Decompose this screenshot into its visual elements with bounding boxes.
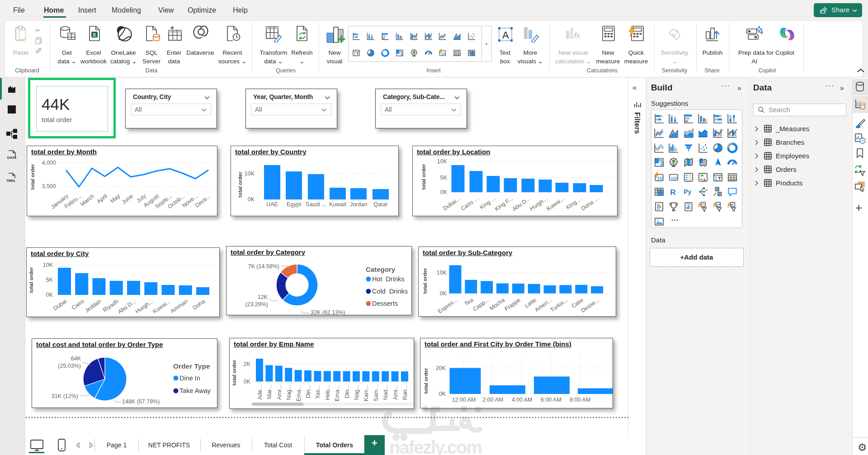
svg-text:(25.03%): (25.03%): [58, 363, 81, 369]
svg-text:Doha ...: Doha ...: [580, 195, 600, 212]
svg-text:Cairo ...: Cairo ...: [460, 195, 480, 212]
svg-text:20K: 20K: [436, 365, 446, 371]
svg-text:Order Type: Order Type: [173, 362, 210, 370]
svg-text:Jeddah: Jeddah: [84, 298, 103, 314]
svg-text:Abu D...: Abu D...: [117, 298, 137, 315]
svg-text:Din...: Din...: [344, 385, 350, 398]
svg-text:Frappe: Frappe: [504, 297, 522, 312]
svg-text:Desserts: Desserts: [372, 300, 398, 307]
svg-text:Capp...: Capp...: [472, 297, 490, 313]
svg-text:Saudi ...: Saudi ...: [306, 201, 326, 208]
svg-text:2:00 AM: 2:00 AM: [482, 397, 503, 403]
svg-text:UAE: UAE: [266, 201, 278, 208]
svg-text:Hurgh...: Hurgh...: [134, 298, 154, 315]
svg-text:Mocha: Mocha: [488, 297, 506, 312]
svg-text:Yas...: Yas...: [315, 385, 321, 399]
svg-text:Kuwai...: Kuwai...: [545, 195, 565, 212]
svg-text:total order: total order: [28, 267, 34, 293]
svg-text:total order: total order: [422, 268, 428, 294]
svg-text:Tea: Tea: [463, 297, 475, 307]
svg-text:total order: total order: [231, 360, 237, 385]
svg-text:total order: total order: [423, 368, 429, 393]
svg-text:Cairo: Cairo: [71, 298, 85, 311]
svg-text:7K (14.58%): 7K (14.58%): [248, 263, 279, 270]
svg-text:Dubai...: Dubai...: [442, 195, 461, 212]
svg-text:5K: 5K: [440, 175, 448, 181]
svg-text:0K: 0K: [248, 196, 255, 203]
svg-text:Kam...: Kam...: [363, 385, 369, 401]
svg-text:Nag...: Nag...: [354, 385, 360, 400]
svg-text:10K: 10K: [437, 270, 447, 276]
svg-text:64K: 64K: [71, 355, 81, 362]
svg-text:Cold Drinks: Cold Drinks: [372, 288, 408, 295]
svg-text:Hurgh...: Hurgh...: [528, 195, 548, 212]
svg-text:total order: total order: [421, 164, 426, 190]
svg-text:Jordan: Jordan: [350, 201, 367, 208]
svg-text:X: X: [93, 32, 96, 38]
svg-text:Category: Category: [366, 265, 396, 273]
svg-text:10K: 10K: [437, 158, 448, 165]
svg-text:Amman: Amman: [170, 298, 189, 314]
svg-text:31K (12%): 31K (12%): [52, 393, 78, 399]
svg-text:Amr...: Amr...: [276, 385, 283, 400]
svg-text:Espres...: Espres...: [437, 297, 458, 315]
svg-text:3,500: 3,500: [42, 183, 56, 190]
svg-text:12:00 AM: 12:00 AM: [452, 397, 476, 403]
svg-text:Dubai: Dubai: [52, 298, 68, 312]
svg-text:Ema...: Ema...: [296, 385, 302, 401]
svg-text:10K: 10K: [43, 262, 53, 268]
svg-text:total order: total order: [30, 164, 35, 190]
svg-text:6:00 AM: 6:00 AM: [541, 397, 561, 403]
svg-text:TMDL: TMDL: [6, 179, 16, 183]
svg-text:0K: 0K: [440, 189, 448, 195]
svg-text:total order: total order: [237, 171, 243, 197]
svg-text:King F...: King F...: [494, 195, 514, 212]
svg-text:Kuwait: Kuwait: [329, 201, 346, 208]
svg-text:0K: 0K: [46, 292, 53, 298]
svg-text:0K: 0K: [440, 290, 447, 297]
svg-text:Egypt: Egypt: [287, 201, 301, 208]
svg-text:Kuwai...: Kuwai...: [151, 298, 171, 315]
svg-text:April: April: [95, 193, 108, 204]
svg-text:Nad...: Nad...: [382, 385, 389, 400]
svg-text:nafezly.com: nafezly.com: [389, 437, 481, 455]
svg-text:A: A: [502, 29, 509, 41]
svg-text:0K: 0K: [439, 391, 446, 397]
svg-text:Mar...: Mar...: [266, 385, 273, 399]
svg-text:Dine In: Dine In: [179, 374, 200, 382]
svg-text:Amr...: Amr...: [392, 385, 399, 400]
svg-text:Ema...: Ema...: [334, 385, 340, 401]
svg-text:Qatar: Qatar: [373, 201, 387, 208]
svg-text:Take Away: Take Away: [179, 387, 211, 394]
svg-text:Heb...: Heb...: [325, 385, 331, 400]
svg-text:Turkis...: Turkis...: [549, 297, 569, 313]
svg-text:Sam...: Sam...: [373, 385, 379, 401]
svg-text:fx: fx: [574, 31, 580, 40]
svg-text:May: May: [109, 193, 122, 204]
svg-text:March: March: [79, 193, 95, 207]
svg-text:4,000: 4,000: [42, 160, 56, 166]
svg-text:4:00 AM: 4:00 AM: [512, 397, 533, 403]
svg-text:Nag...: Nag...: [286, 385, 292, 400]
svg-text:June: June: [121, 193, 134, 205]
svg-text:Desse...: Desse...: [580, 297, 601, 314]
svg-text:Doha: Doha: [192, 298, 207, 311]
svg-text:2K: 2K: [244, 361, 251, 367]
svg-text:Ran...: Ran...: [402, 385, 408, 400]
svg-text:DAX: DAX: [7, 156, 15, 160]
svg-text:148K (57.78%): 148K (57.78%): [122, 398, 160, 405]
svg-text:Hot Drinks: Hot Drinks: [372, 275, 405, 283]
svg-text:Abu D...: Abu D...: [511, 195, 532, 212]
svg-text:(23.29%): (23.29%): [245, 301, 268, 308]
svg-text:12K: 12K: [258, 294, 268, 300]
svg-text:King ...: King ...: [565, 195, 583, 211]
svg-text:32K (62.13%): 32K (62.13%): [311, 309, 345, 315]
svg-text:Ade...: Ade...: [257, 385, 263, 400]
svg-text:0K: 0K: [244, 379, 251, 385]
svg-text:Din...: Din...: [305, 385, 311, 398]
svg-text:5K: 5K: [46, 277, 53, 283]
svg-text:8:00 AM: 8:00 AM: [570, 397, 590, 403]
svg-text:10K: 10K: [245, 171, 255, 177]
